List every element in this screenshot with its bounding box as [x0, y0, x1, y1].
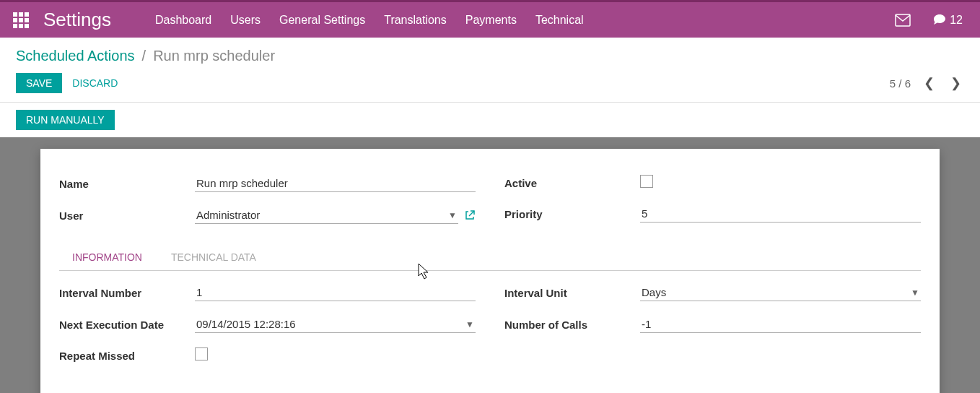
control-area: Scheduled Actions / Run mrp scheduler Sa… — [0, 38, 980, 103]
menu-general-settings[interactable]: General Settings — [270, 14, 375, 27]
menu-dashboard[interactable]: Dashboard — [146, 14, 221, 27]
notebook: Information Technical Data Interval Numb… — [59, 246, 921, 363]
repeat-missed-checkbox[interactable] — [195, 347, 208, 360]
page-title: Settings — [43, 9, 111, 31]
label-priority: Priority — [504, 208, 640, 220]
sheet-wrap: Name User Administrator ▼ — [0, 137, 980, 393]
interval-unit-select[interactable]: Days ▼ — [640, 284, 921, 301]
actions-row: Save Discard 5 / 6 ❮ ❯ — [16, 73, 964, 93]
caret-down-icon[interactable]: ▼ — [448, 210, 457, 220]
breadcrumb: Scheduled Actions / Run mrp scheduler — [16, 48, 964, 64]
priority-input[interactable] — [640, 205, 921, 223]
breadcrumb-current: Run mrp scheduler — [153, 48, 275, 64]
external-link-icon[interactable] — [464, 210, 476, 221]
tab-content-information: Interval Number Next Execution Date 09/1… — [59, 271, 921, 363]
caret-down-icon[interactable]: ▼ — [465, 319, 474, 329]
run-manually-button[interactable]: Run Manually — [16, 110, 115, 130]
tab-technical-data[interactable]: Technical Data — [161, 246, 266, 270]
pager-text: 5 / 6 — [890, 77, 911, 90]
label-interval-unit: Interval Unit — [504, 287, 640, 299]
active-checkbox[interactable] — [640, 175, 653, 188]
discard-button[interactable]: Discard — [62, 73, 128, 93]
save-button[interactable]: Save — [16, 73, 62, 93]
next-execution-value: 09/14/2015 12:28:16 — [196, 318, 465, 330]
tab-information[interactable]: Information — [62, 246, 152, 270]
form-sheet: Name User Administrator ▼ — [40, 149, 940, 393]
pager-next-icon[interactable]: ❯ — [948, 74, 964, 92]
label-repeat-missed: Repeat Missed — [59, 350, 195, 362]
number-of-calls-input[interactable] — [640, 316, 921, 333]
breadcrumb-separator: / — [142, 48, 146, 64]
pager: 5 / 6 ❮ ❯ — [890, 74, 964, 92]
secondary-actions: Run Manually — [0, 103, 980, 137]
interval-number-input[interactable] — [195, 284, 476, 301]
svg-rect-0 — [896, 14, 910, 26]
user-value: Administrator — [196, 209, 448, 221]
messages-icon[interactable]: 12 — [932, 13, 963, 27]
breadcrumb-parent[interactable]: Scheduled Actions — [16, 48, 135, 64]
menu-users[interactable]: Users — [221, 14, 270, 27]
topbar-right: 12 — [895, 13, 963, 27]
name-input[interactable] — [195, 175, 476, 192]
top-menu: Dashboard Users General Settings Transla… — [146, 14, 593, 27]
apps-icon[interactable] — [13, 12, 29, 28]
label-number-of-calls: Number of Calls — [504, 319, 640, 331]
next-execution-date-input[interactable]: 09/14/2015 12:28:16 ▼ — [195, 316, 476, 333]
tabs: Information Technical Data — [59, 246, 921, 271]
interval-unit-value: Days — [642, 286, 911, 298]
label-name: Name — [59, 178, 195, 190]
caret-down-icon[interactable]: ▼ — [911, 288, 919, 298]
menu-technical[interactable]: Technical — [526, 14, 593, 27]
menu-payments[interactable]: Payments — [456, 14, 526, 27]
label-user: User — [59, 210, 195, 222]
user-select[interactable]: Administrator ▼ — [195, 207, 458, 224]
mail-icon[interactable] — [895, 14, 911, 27]
menu-translations[interactable]: Translations — [375, 14, 456, 27]
label-interval-number: Interval Number — [59, 287, 195, 299]
label-next-execution: Next Execution Date — [59, 319, 195, 331]
messages-count: 12 — [950, 14, 963, 27]
pager-prev-icon[interactable]: ❮ — [921, 74, 937, 92]
topbar: Settings Dashboard Users General Setting… — [0, 0, 980, 38]
label-active: Active — [504, 177, 640, 189]
